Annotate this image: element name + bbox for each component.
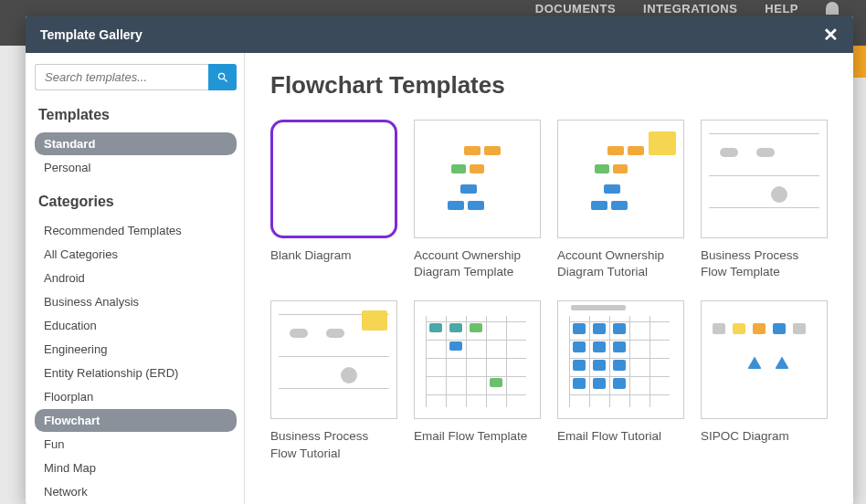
template-type-list: StandardPersonal [35,132,237,179]
category-education[interactable]: Education [35,314,237,337]
template-card-blank-diagram[interactable]: Blank Diagram [270,120,397,280]
template-thumbnail [270,300,397,419]
template-label: Business Process Flow Template [701,247,828,280]
nav-documents[interactable]: DOCUMENTS [535,2,616,16]
search-icon [216,71,229,84]
category-network[interactable]: Network [35,480,237,503]
category-engineering[interactable]: Engineering [35,338,237,361]
template-thumbnail [414,300,541,419]
close-icon[interactable]: ✕ [823,26,839,44]
template-thumbnail [701,300,828,419]
template-label: Email Flow Tutorial [557,428,684,445]
template-card-account-ownership-diagram-tutorial[interactable]: Account Ownership Diagram Tutorial [557,120,684,280]
modal-header: Template Gallery ✕ [26,16,853,53]
modal-title: Template Gallery [40,27,143,42]
sidebar: Templates StandardPersonal Categories Re… [26,53,245,504]
page-title: Flowchart Templates [270,71,828,100]
template-thumbnail [414,120,541,238]
template-card-business-process-flow-template[interactable]: Business Process Flow Template [701,120,828,280]
category-recommended-templates[interactable]: Recommended Templates [35,219,237,242]
template-gallery-modal: Template Gallery ✕ Templates StandardPer… [26,16,853,504]
template-label: SIPOC Diagram [701,428,828,445]
template-card-business-process-flow-tutorial[interactable]: Business Process Flow Tutorial [270,300,397,461]
templates-heading: Templates [38,107,237,123]
template-type-standard[interactable]: Standard [35,132,237,155]
search-input[interactable] [35,64,208,90]
category-mind-map[interactable]: Mind Map [35,457,237,479]
category-android[interactable]: Android [35,267,237,289]
category-entity-relationship-erd-[interactable]: Entity Relationship (ERD) [35,362,237,384]
nav-help[interactable]: HELP [765,2,798,16]
search-button[interactable] [208,64,237,90]
app-nav: DOCUMENTS INTEGRATIONS HELP [535,0,839,16]
template-label: Account Ownership Diagram Template [414,247,541,280]
category-business-analysis[interactable]: Business Analysis [35,290,237,313]
template-thumbnail [270,120,397,238]
template-thumbnail [557,120,684,238]
modal-body: Templates StandardPersonal Categories Re… [26,53,853,504]
template-label: Business Process Flow Tutorial [270,428,397,461]
nav-integrations[interactable]: INTEGRATIONS [643,2,737,16]
category-fun[interactable]: Fun [35,433,237,456]
template-label: Email Flow Template [414,428,541,445]
template-label: Blank Diagram [270,247,397,264]
main-panel: Flowchart Templates Blank DiagramAccount… [245,53,853,504]
template-grid: Blank DiagramAccount Ownership Diagram T… [270,120,828,462]
search-wrap [35,64,237,90]
category-flowchart[interactable]: Flowchart [35,409,237,432]
template-thumbnail [701,120,828,238]
template-card-sipoc-diagram[interactable]: SIPOC Diagram [701,300,828,461]
template-thumbnail [557,300,684,419]
template-card-email-flow-tutorial[interactable]: Email Flow Tutorial [557,300,684,461]
category-floorplan[interactable]: Floorplan [35,385,237,408]
categories-heading: Categories [38,194,237,210]
template-type-personal[interactable]: Personal [35,156,237,179]
template-card-account-ownership-diagram-template[interactable]: Account Ownership Diagram Template [414,120,541,280]
category-list: Recommended TemplatesAll CategoriesAndro… [35,219,237,504]
bell-icon[interactable] [826,2,839,15]
template-card-email-flow-template[interactable]: Email Flow Template [414,300,541,461]
category-all-categories[interactable]: All Categories [35,243,237,266]
template-label: Account Ownership Diagram Tutorial [557,247,684,280]
